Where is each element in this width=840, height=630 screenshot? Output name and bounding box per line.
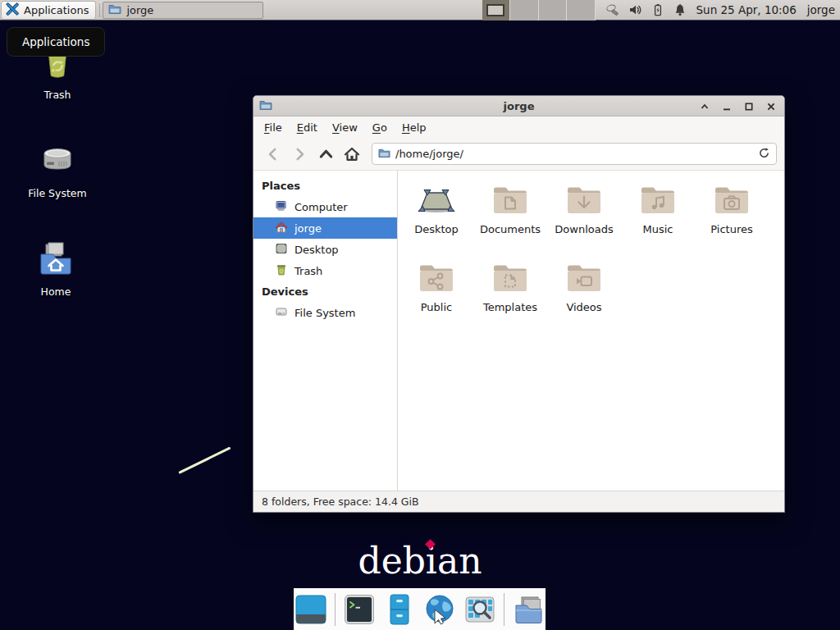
- desktop-icon-label: Home: [41, 285, 71, 298]
- back-icon[interactable]: [261, 142, 285, 167]
- folder-music-icon: [638, 182, 678, 221]
- file-item-videos[interactable]: Videos: [548, 260, 620, 338]
- file-label: Desktop: [414, 223, 459, 235]
- forward-icon[interactable]: [287, 142, 312, 167]
- menu-go[interactable]: Go: [365, 118, 395, 137]
- file-item-public[interactable]: Public: [400, 260, 472, 338]
- file-item-downloads[interactable]: Downloads: [548, 182, 620, 260]
- desktop-icon-home[interactable]: Home: [11, 240, 101, 298]
- home-folder-icon: [36, 240, 75, 281]
- shade-icon[interactable]: [700, 102, 710, 112]
- hard-drive-icon: [38, 141, 77, 183]
- sidebar-item-label: Trash: [294, 265, 322, 277]
- workspace-switcher: [482, 0, 596, 21]
- desktop-icon-label: File System: [28, 187, 87, 199]
- hard-drive-icon: [275, 305, 288, 321]
- terminal-icon[interactable]: [343, 593, 376, 626]
- taskbar-window-button[interactable]: jorge: [103, 2, 263, 19]
- sidebar-item-desktop[interactable]: Desktop: [253, 239, 397, 260]
- dock-separator: [504, 593, 504, 626]
- file-label: Templates: [483, 301, 537, 313]
- file-label: Videos: [566, 301, 601, 313]
- notifications-bell-icon[interactable]: [673, 2, 687, 17]
- file-item-templates[interactable]: Templates: [474, 260, 546, 338]
- menubar: File Edit View Go Help: [253, 116, 784, 138]
- applications-menu-label: Applications: [24, 4, 89, 16]
- up-icon[interactable]: [313, 142, 338, 167]
- sidebar-devices-header: Devices: [253, 281, 397, 302]
- statusbar: 8 folders, Free space: 14.4 GiB: [253, 491, 784, 512]
- file-label: Pictures: [710, 223, 752, 235]
- file-label: Downloads: [555, 223, 613, 235]
- folder-pictures-icon: [712, 182, 751, 221]
- top-panel: Applications jorge: [0, 0, 840, 21]
- sidebar-item-file-system[interactable]: File System: [253, 302, 397, 323]
- close-icon[interactable]: [766, 102, 776, 112]
- desktop-icon-label: Trash: [43, 89, 71, 101]
- taskbar-folder-icon: [108, 2, 121, 18]
- pointer-trail: [178, 446, 231, 473]
- folder-templates-icon: [491, 260, 530, 299]
- directory-menu-icon[interactable]: [512, 593, 545, 626]
- sidebar-item-trash[interactable]: Trash: [253, 260, 397, 281]
- toolbar: [253, 138, 784, 171]
- folder-downloads-icon: [564, 182, 604, 221]
- folder-public-icon: [417, 260, 456, 299]
- sidebar-item-jorge[interactable]: jorge: [253, 217, 397, 239]
- file-label: Public: [421, 301, 452, 313]
- system-tray: [605, 2, 687, 18]
- application-finder-icon[interactable]: [463, 593, 496, 626]
- desktop-icon-file-system[interactable]: File System: [12, 141, 103, 199]
- menu-view[interactable]: View: [325, 118, 365, 137]
- home-icon: [275, 221, 288, 236]
- file-label: Documents: [480, 223, 541, 235]
- show-desktop-icon[interactable]: [294, 593, 327, 626]
- xfce-logo-icon: [6, 2, 19, 18]
- menu-edit[interactable]: Edit: [290, 118, 325, 137]
- folder-documents-icon: [491, 182, 530, 221]
- screwdriver-icon[interactable]: [605, 2, 621, 18]
- maximize-icon[interactable]: [744, 102, 754, 112]
- volume-icon[interactable]: [628, 2, 643, 17]
- taskbar-window-label: jorge: [126, 4, 153, 16]
- applications-menu-button[interactable]: Applications: [1, 1, 96, 20]
- window-titlebar[interactable]: jorge: [253, 96, 784, 116]
- workspace-4[interactable]: [567, 0, 596, 21]
- web-browser-icon[interactable]: [423, 593, 456, 626]
- sidebar-item-label: Desktop: [294, 244, 339, 256]
- bottom-dock: [294, 588, 546, 630]
- panel-handle: [99, 4, 100, 16]
- debian-logo-text: debian: [358, 540, 482, 582]
- workspace-2[interactable]: [510, 0, 539, 21]
- minimize-icon[interactable]: [722, 102, 732, 112]
- panel-clock[interactable]: Sun 25 Apr, 10:06: [696, 3, 797, 16]
- sidebar-places-header: Places: [253, 176, 397, 196]
- file-item-pictures[interactable]: Pictures: [696, 182, 768, 260]
- menu-file[interactable]: File: [257, 118, 290, 137]
- file-manager-icon[interactable]: [383, 593, 416, 626]
- panel-username: jorge: [807, 3, 835, 16]
- reload-icon[interactable]: [758, 147, 770, 162]
- path-input[interactable]: [395, 148, 753, 160]
- file-item-documents[interactable]: Documents: [474, 182, 546, 260]
- sidebar-item-computer[interactable]: Computer: [253, 196, 397, 217]
- file-item-music[interactable]: Music: [622, 182, 694, 260]
- battery-icon[interactable]: [651, 2, 665, 17]
- sidebar: Places Computer: [253, 171, 398, 491]
- debian-logo: debian: [0, 540, 840, 582]
- workspace-window-preview: [486, 4, 504, 16]
- file-item-desktop[interactable]: Desktop: [400, 182, 472, 260]
- sidebar-item-label: Computer: [294, 201, 348, 213]
- folder-desktop-icon: [417, 182, 456, 221]
- window-body: Places Computer: [253, 171, 784, 491]
- workspace-3[interactable]: [539, 0, 568, 21]
- menu-help[interactable]: Help: [395, 118, 434, 137]
- workspace-1[interactable]: [482, 0, 511, 21]
- home-icon[interactable]: [340, 142, 364, 167]
- file-view: Desktop Documents Downloads: [398, 171, 784, 491]
- file-manager-window: jorge File Edit View Go Help: [253, 95, 785, 513]
- statusbar-text: 8 folders, Free space: 14.4 GiB: [262, 495, 419, 508]
- sidebar-item-label: jorge: [294, 222, 322, 235]
- computer-icon: [275, 199, 288, 215]
- path-folder-icon: [378, 147, 390, 162]
